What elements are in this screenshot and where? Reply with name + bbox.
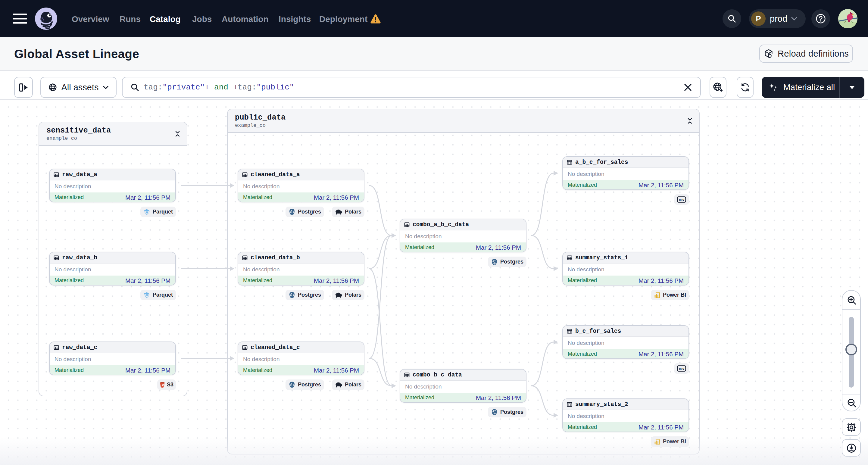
svg-text:csv: csv: [679, 198, 684, 202]
svg-text:csv: csv: [679, 367, 684, 370]
